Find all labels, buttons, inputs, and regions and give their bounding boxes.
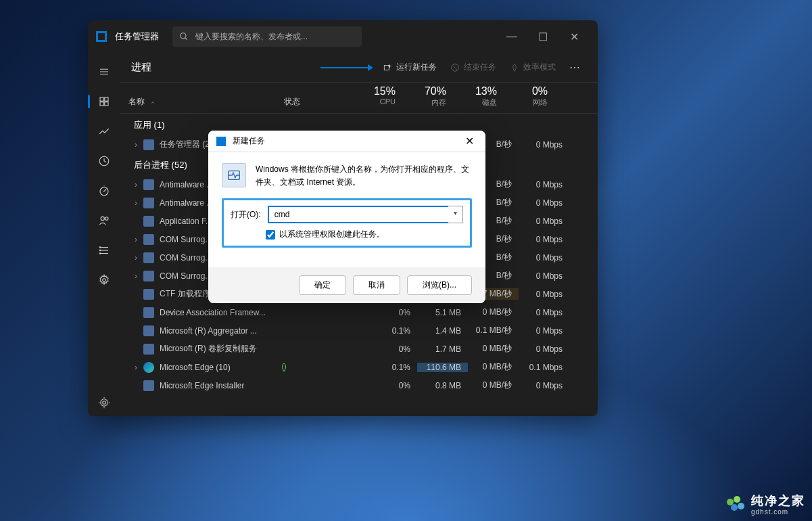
dialog-close-button[interactable]: ✕	[461, 135, 477, 148]
dialog-title: 新建任务	[233, 135, 265, 147]
watermark-en: gdhst.com	[751, 508, 805, 516]
process-icon	[143, 234, 154, 245]
dialog-footer: 确定 取消 浏览(B)...	[208, 267, 485, 303]
efficiency-mode-button[interactable]: 效率模式	[504, 58, 561, 76]
end-task-label: 结束任务	[464, 62, 496, 73]
net-value: 0 Mbps	[519, 235, 569, 244]
svg-rect-5	[100, 97, 103, 101]
process-icon	[143, 216, 154, 227]
end-task-button[interactable]: 结束任务	[445, 58, 502, 76]
mem-value: 5.1 MB	[417, 308, 468, 317]
dialog-titlebar: 新建任务 ✕	[208, 131, 485, 152]
process-name: Microsoft (R) 卷影复制服务	[160, 343, 299, 355]
run-new-task-button[interactable]: 运行新任务	[377, 58, 442, 76]
expand-toggle[interactable]: ›	[128, 180, 143, 189]
table-row[interactable]: Microsoft Edge Installer0%0.8 MB0 MB/秒0 …	[120, 376, 598, 394]
mem-value: 110.6 MB	[417, 363, 468, 372]
more-button[interactable]: ⋯	[564, 58, 587, 76]
process-icon	[143, 307, 154, 318]
browse-button[interactable]: 浏览(B)...	[407, 275, 472, 295]
search-box[interactable]: 键入要搜索的名称、发布者或...	[172, 26, 362, 47]
svg-point-14	[101, 217, 104, 220]
nav-hamburger[interactable]	[91, 58, 118, 85]
admin-label: 以系统管理权限创建此任务。	[279, 229, 385, 240]
table-row[interactable]: ›Microsoft Edge (10)0.1%110.6 MB0 MB/秒0.…	[120, 358, 598, 376]
dialog-desc-row: Windows 将根据你所键入的名称，为你打开相应的程序、文件夹、文档或 Int…	[222, 163, 472, 189]
taskmgr-app-icon	[96, 31, 107, 42]
net-value: 0 Mbps	[519, 271, 569, 281]
svg-rect-7	[100, 102, 103, 106]
col-cpu-header[interactable]: 15%CPU	[352, 85, 402, 108]
leaf-icon	[279, 362, 289, 373]
page-title: 进程	[131, 61, 151, 74]
dialog-app-icon	[216, 137, 226, 146]
cpu-value: 0.1%	[366, 363, 417, 372]
process-name: Device Association Framew...	[160, 308, 299, 317]
nav-services[interactable]	[91, 267, 118, 294]
efficiency-icon	[510, 63, 519, 72]
ok-button[interactable]: 确定	[299, 275, 346, 295]
search-icon	[179, 32, 189, 41]
mem-value: 1.4 MB	[417, 326, 468, 336]
expand-toggle[interactable]: ›	[128, 363, 143, 372]
disk-value: 0 MB/秒	[468, 361, 519, 373]
watermark-logo-icon	[727, 496, 746, 515]
expand-toggle[interactable]: ›	[128, 253, 143, 263]
nav-processes[interactable]	[91, 88, 118, 115]
svg-point-0	[181, 33, 186, 39]
open-dropdown-button[interactable]: ▾	[448, 206, 463, 223]
process-icon	[143, 179, 154, 190]
annotation-arrow	[320, 64, 373, 71]
col-net-header[interactable]: 0%网络	[504, 85, 554, 108]
open-input[interactable]	[268, 206, 448, 223]
col-mem-header[interactable]: 70%内存	[402, 85, 453, 108]
startup-icon	[98, 185, 110, 197]
nav-history[interactable]	[91, 148, 118, 175]
users-icon	[98, 214, 110, 227]
admin-checkbox[interactable]	[266, 230, 275, 240]
col-name-header[interactable]: 名称⌃	[128, 85, 284, 108]
settings-icon	[98, 397, 110, 409]
minimize-button[interactable]: —	[496, 26, 527, 47]
watermark-text: 纯净之家 gdhst.com	[751, 495, 805, 516]
process-icon	[143, 380, 154, 391]
expand-toggle[interactable]: ›	[128, 271, 143, 281]
sidebar	[88, 53, 120, 416]
expand-toggle[interactable]: ›	[128, 140, 143, 150]
nav-details[interactable]	[91, 237, 118, 264]
nav-users[interactable]	[91, 207, 118, 234]
titlebar: 任务管理器 键入要搜索的名称、发布者或... — ☐ ✕	[88, 20, 598, 53]
table-row[interactable]: Device Association Framew...0%5.1 MB0 MB…	[120, 303, 598, 321]
search-placeholder: 键入要搜索的名称、发布者或...	[195, 31, 308, 43]
mem-value: 1.7 MB	[417, 344, 468, 354]
expand-toggle[interactable]: ›	[128, 198, 143, 208]
nav-startup[interactable]	[91, 177, 118, 204]
run-new-task-label: 运行新任务	[396, 62, 437, 73]
net-value: 0 Mbps	[519, 326, 569, 336]
table-row[interactable]: Microsoft (R) 卷影复制服务0%1.7 MB0 MB/秒0 Mbps	[120, 340, 598, 358]
maximize-button[interactable]: ☐	[527, 26, 558, 47]
open-input-wrap: ▾	[268, 206, 463, 223]
efficiency-mode-label: 效率模式	[523, 62, 556, 73]
col-disk-header[interactable]: 13%磁盘	[453, 85, 504, 108]
net-value: 0 Mbps	[519, 140, 569, 150]
col-status-header[interactable]: 状态	[284, 85, 352, 108]
expand-toggle[interactable]: ›	[128, 235, 143, 244]
net-value: 0 Mbps	[519, 217, 569, 226]
window-controls: — ☐ ✕	[496, 26, 590, 47]
open-row: 打开(O): ▾	[231, 206, 463, 223]
net-value: 0 Mbps	[519, 180, 569, 189]
nav-settings[interactable]	[91, 389, 118, 416]
cancel-button[interactable]: 取消	[353, 275, 400, 295]
processes-icon	[98, 95, 110, 108]
table-row[interactable]: Microsoft (R) Aggregator ...0.1%1.4 MB0.…	[120, 321, 598, 340]
mem-value: 0.8 MB	[417, 381, 468, 390]
nav-performance[interactable]	[91, 118, 118, 145]
services-icon	[98, 274, 110, 286]
open-label: 打开(O):	[231, 209, 261, 221]
close-button[interactable]: ✕	[558, 26, 590, 47]
admin-row: 以系统管理权限创建此任务。	[231, 229, 463, 240]
new-task-dialog: 新建任务 ✕ Windows 将根据你所键入的名称，为你打开相应的程序、文件夹、…	[208, 131, 485, 303]
svg-point-23	[103, 401, 106, 405]
dialog-body: Windows 将根据你所键入的名称，为你打开相应的程序、文件夹、文档或 Int…	[208, 152, 485, 267]
